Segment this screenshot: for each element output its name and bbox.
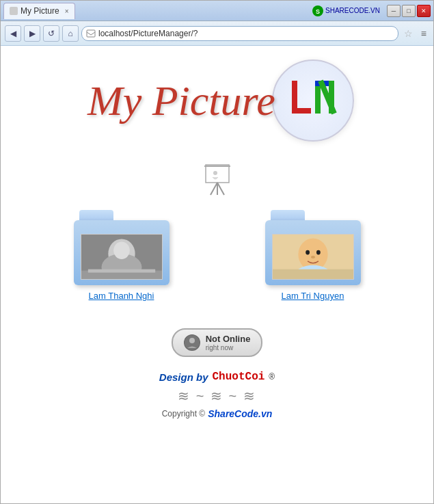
author-text: ChuotCoi xyxy=(213,371,265,383)
svg-point-19 xyxy=(113,241,130,259)
not-online-icon xyxy=(184,334,200,351)
address-input[interactable] xyxy=(98,29,391,38)
copyright-logo: ShareCode.vn xyxy=(208,408,272,419)
copyright-text: Copyright © xyxy=(162,409,206,419)
close-button[interactable]: ✕ xyxy=(417,5,431,17)
bookmark-star-icon[interactable]: ☆ xyxy=(401,28,416,39)
svg-rect-10 xyxy=(206,165,229,183)
tab-title: My Picture xyxy=(21,6,59,16)
folder-photo-1 xyxy=(81,234,163,280)
home-button[interactable]: ⌂ xyxy=(62,25,79,42)
minimize-button[interactable]: ─ xyxy=(387,5,401,17)
sharecode-label: SHARECODE.VN xyxy=(325,7,380,14)
status-icon-svg xyxy=(185,335,200,350)
content-area: My Picture xyxy=(1,46,433,503)
svg-point-26 xyxy=(311,256,315,258)
nav-bar: ◀ ▶ ↺ ⌂ ☆ ≡ xyxy=(1,21,433,46)
registered-symbol: ® xyxy=(269,372,275,382)
sharecode-logo: S SHARECODE.VN xyxy=(312,5,380,16)
not-online-button[interactable]: Not Online right now xyxy=(172,328,263,357)
decorative-swirl: ≋ ~ ≋ ~ ≋ xyxy=(178,388,256,404)
address-bar xyxy=(81,26,398,41)
address-icon xyxy=(86,29,96,38)
sharecode-icon: S xyxy=(312,5,323,16)
header-logo: My Picture xyxy=(14,59,420,142)
svg-rect-21 xyxy=(87,269,154,272)
design-by-section: Design by ChuotCoi ® xyxy=(159,371,275,383)
folder-body-2 xyxy=(265,220,361,285)
easel-icon xyxy=(200,162,234,196)
svg-rect-5 xyxy=(292,108,311,114)
refresh-button[interactable]: ↺ xyxy=(43,25,59,42)
forward-button[interactable]: ▶ xyxy=(24,25,40,42)
folder-label-1: Lam Thanh Nghi xyxy=(89,291,154,301)
ln-logo-svg xyxy=(284,71,342,130)
window-controls: ─ □ ✕ xyxy=(387,5,431,17)
tab-favicon xyxy=(10,7,18,15)
folder-photo-2 xyxy=(272,234,354,280)
not-online-main-text: Not Online xyxy=(206,334,251,344)
svg-rect-2 xyxy=(87,30,95,37)
status-badge-area: Not Online right now xyxy=(172,328,263,357)
folder-lam-tri-nguyen[interactable]: Lam Tri Nguyen xyxy=(265,210,361,301)
browser-menu-icon[interactable]: ≡ xyxy=(418,28,429,39)
title-bar: My Picture × S SHARECODE.VN ─ □ ✕ xyxy=(1,1,433,21)
folder-grid: Lam Thanh Nghi xyxy=(26,210,409,301)
presentation-area xyxy=(200,162,234,196)
svg-text:My Picture: My Picture xyxy=(87,77,275,124)
svg-point-30 xyxy=(189,338,195,343)
not-online-text: Not Online right now xyxy=(206,334,251,352)
svg-text:S: S xyxy=(316,8,320,15)
photo-1-svg xyxy=(81,234,162,280)
photo-2-svg xyxy=(273,234,353,280)
svg-rect-28 xyxy=(273,269,353,280)
design-by-text: Design by xyxy=(159,371,208,383)
copyright-section: Copyright © ShareCode.vn xyxy=(162,408,273,419)
svg-line-11 xyxy=(211,183,217,195)
folder-icon-2 xyxy=(265,210,361,285)
my-picture-logo: My Picture xyxy=(81,68,286,130)
svg-point-15 xyxy=(213,171,217,175)
svg-point-25 xyxy=(316,250,320,254)
folder-body-1 xyxy=(74,220,169,285)
browser-window: My Picture × S SHARECODE.VN ─ □ ✕ ◀ ▶ ↺ … xyxy=(0,0,434,504)
browser-tab[interactable]: My Picture × xyxy=(3,3,75,19)
folder-lam-thanh-nghi[interactable]: Lam Thanh Nghi xyxy=(74,210,169,301)
folder-icon-1 xyxy=(74,210,169,285)
back-button[interactable]: ◀ xyxy=(5,25,21,42)
not-online-sub-text: right now xyxy=(206,344,251,352)
title-bar-left: My Picture × xyxy=(3,3,75,19)
svg-point-24 xyxy=(306,250,310,254)
tab-close-button[interactable]: × xyxy=(65,8,69,15)
maximize-button[interactable]: □ xyxy=(402,5,416,17)
svg-line-12 xyxy=(217,183,224,195)
folder-label-2: Lam Tri Nguyen xyxy=(282,291,344,301)
